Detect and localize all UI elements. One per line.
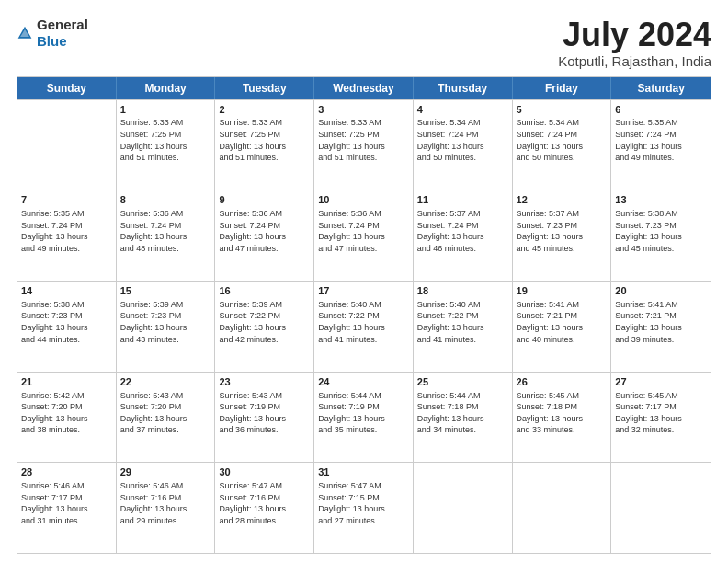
day-info: Sunrise: 5:41 AMSunset: 7:21 PMDaylight:… [517, 299, 608, 345]
calendar-cell: 28Sunrise: 5:46 AMSunset: 7:17 PMDayligh… [17, 463, 117, 553]
page: General Blue July 2024 Kotputli, Rajasth… [0, 0, 728, 563]
day-info: Sunrise: 5:34 AMSunset: 7:24 PMDaylight:… [417, 117, 508, 163]
day-number: 13 [615, 193, 707, 207]
calendar-cell [414, 463, 513, 553]
day-info: Sunrise: 5:46 AMSunset: 7:16 PMDaylight:… [120, 480, 211, 526]
calendar-cell: 6Sunrise: 5:35 AMSunset: 7:24 PMDaylight… [611, 100, 711, 190]
weekday-header: Wednesday [314, 77, 414, 99]
calendar-cell: 31Sunrise: 5:47 AMSunset: 7:15 PMDayligh… [314, 463, 414, 553]
calendar-cell: 12Sunrise: 5:37 AMSunset: 7:23 PMDayligh… [513, 190, 612, 281]
day-info: Sunrise: 5:38 AMSunset: 7:23 PMDaylight:… [21, 299, 112, 345]
day-number: 15 [120, 284, 211, 298]
month-year: July 2024 [558, 17, 711, 53]
calendar-cell: 11Sunrise: 5:37 AMSunset: 7:24 PMDayligh… [414, 190, 513, 281]
calendar-cell: 20Sunrise: 5:41 AMSunset: 7:21 PMDayligh… [611, 282, 711, 372]
calendar-cell: 7Sunrise: 5:35 AMSunset: 7:24 PMDaylight… [17, 190, 117, 281]
calendar-cell [17, 100, 117, 190]
day-number: 17 [318, 284, 409, 298]
weekday-header: Monday [117, 77, 216, 99]
day-number: 26 [517, 375, 608, 389]
day-info: Sunrise: 5:39 AMSunset: 7:22 PMDaylight:… [219, 299, 310, 345]
day-number: 30 [219, 465, 310, 479]
calendar-row: 14Sunrise: 5:38 AMSunset: 7:23 PMDayligh… [17, 281, 711, 372]
calendar-header: SundayMondayTuesdayWednesdayThursdayFrid… [17, 77, 711, 99]
day-number: 24 [318, 375, 409, 389]
day-info: Sunrise: 5:33 AMSunset: 7:25 PMDaylight:… [120, 117, 211, 163]
calendar-cell: 1Sunrise: 5:33 AMSunset: 7:25 PMDaylight… [117, 100, 216, 190]
calendar-cell: 16Sunrise: 5:39 AMSunset: 7:22 PMDayligh… [215, 282, 314, 372]
calendar-cell: 18Sunrise: 5:40 AMSunset: 7:22 PMDayligh… [414, 282, 513, 372]
calendar-cell: 27Sunrise: 5:45 AMSunset: 7:17 PMDayligh… [611, 373, 711, 463]
calendar-cell [513, 463, 612, 553]
day-number: 25 [417, 375, 508, 389]
day-number: 8 [120, 193, 211, 207]
day-number: 31 [318, 465, 409, 479]
day-number: 12 [517, 193, 608, 207]
logo-blue: Blue [37, 33, 67, 49]
day-info: Sunrise: 5:39 AMSunset: 7:23 PMDaylight:… [120, 299, 211, 345]
logo: General Blue [17, 17, 88, 50]
calendar-cell: 26Sunrise: 5:45 AMSunset: 7:18 PMDayligh… [513, 373, 612, 463]
day-number: 27 [615, 375, 707, 389]
calendar-cell: 25Sunrise: 5:44 AMSunset: 7:18 PMDayligh… [414, 373, 513, 463]
day-info: Sunrise: 5:42 AMSunset: 7:20 PMDaylight:… [21, 390, 112, 436]
day-info: Sunrise: 5:43 AMSunset: 7:20 PMDaylight:… [120, 390, 211, 436]
day-number: 21 [21, 375, 112, 389]
calendar-cell: 23Sunrise: 5:43 AMSunset: 7:19 PMDayligh… [215, 373, 314, 463]
day-number: 3 [318, 103, 409, 117]
day-info: Sunrise: 5:43 AMSunset: 7:19 PMDaylight:… [219, 390, 310, 436]
day-info: Sunrise: 5:47 AMSunset: 7:16 PMDaylight:… [219, 480, 310, 526]
day-number: 14 [21, 284, 112, 298]
day-info: Sunrise: 5:45 AMSunset: 7:18 PMDaylight:… [517, 390, 608, 436]
calendar-cell: 8Sunrise: 5:36 AMSunset: 7:24 PMDaylight… [117, 190, 216, 281]
calendar-cell: 22Sunrise: 5:43 AMSunset: 7:20 PMDayligh… [117, 373, 216, 463]
calendar-cell: 14Sunrise: 5:38 AMSunset: 7:23 PMDayligh… [17, 282, 117, 372]
day-info: Sunrise: 5:35 AMSunset: 7:24 PMDaylight:… [615, 117, 707, 163]
day-number: 4 [417, 103, 508, 117]
calendar-row: 1Sunrise: 5:33 AMSunset: 7:25 PMDaylight… [17, 99, 711, 190]
day-number: 28 [21, 465, 112, 479]
calendar-row: 7Sunrise: 5:35 AMSunset: 7:24 PMDaylight… [17, 190, 711, 281]
weekday-header: Saturday [611, 77, 711, 99]
day-number: 6 [615, 103, 707, 117]
day-info: Sunrise: 5:47 AMSunset: 7:15 PMDaylight:… [318, 480, 409, 526]
calendar-cell: 19Sunrise: 5:41 AMSunset: 7:21 PMDayligh… [513, 282, 612, 372]
day-number: 29 [120, 465, 211, 479]
day-info: Sunrise: 5:36 AMSunset: 7:24 PMDaylight:… [120, 208, 211, 254]
calendar-cell: 17Sunrise: 5:40 AMSunset: 7:22 PMDayligh… [314, 282, 414, 372]
day-info: Sunrise: 5:41 AMSunset: 7:21 PMDaylight:… [615, 299, 707, 345]
calendar-cell: 30Sunrise: 5:47 AMSunset: 7:16 PMDayligh… [215, 463, 314, 553]
day-info: Sunrise: 5:40 AMSunset: 7:22 PMDaylight:… [318, 299, 409, 345]
logo-icon [17, 25, 33, 41]
calendar-cell: 3Sunrise: 5:33 AMSunset: 7:25 PMDaylight… [314, 100, 414, 190]
calendar-cell: 15Sunrise: 5:39 AMSunset: 7:23 PMDayligh… [117, 282, 216, 372]
day-number: 18 [417, 284, 508, 298]
day-number: 22 [120, 375, 211, 389]
day-info: Sunrise: 5:36 AMSunset: 7:24 PMDaylight:… [318, 208, 409, 254]
day-info: Sunrise: 5:33 AMSunset: 7:25 PMDaylight:… [219, 117, 310, 163]
header: General Blue July 2024 Kotputli, Rajasth… [17, 17, 711, 69]
day-number: 9 [219, 193, 310, 207]
weekday-header: Tuesday [215, 77, 314, 99]
day-number: 5 [517, 103, 608, 117]
calendar-row: 28Sunrise: 5:46 AMSunset: 7:17 PMDayligh… [17, 462, 711, 553]
day-info: Sunrise: 5:37 AMSunset: 7:24 PMDaylight:… [417, 208, 508, 254]
calendar-cell: 5Sunrise: 5:34 AMSunset: 7:24 PMDaylight… [513, 100, 612, 190]
day-info: Sunrise: 5:44 AMSunset: 7:19 PMDaylight:… [318, 390, 409, 436]
day-info: Sunrise: 5:45 AMSunset: 7:17 PMDaylight:… [615, 390, 707, 436]
calendar-cell [611, 463, 711, 553]
weekday-header: Thursday [414, 77, 513, 99]
day-number: 2 [219, 103, 310, 117]
location: Kotputli, Rajasthan, India [558, 53, 711, 69]
day-info: Sunrise: 5:40 AMSunset: 7:22 PMDaylight:… [417, 299, 508, 345]
day-info: Sunrise: 5:35 AMSunset: 7:24 PMDaylight:… [21, 208, 112, 254]
weekday-header: Sunday [17, 77, 117, 99]
calendar-row: 21Sunrise: 5:42 AMSunset: 7:20 PMDayligh… [17, 372, 711, 463]
day-number: 11 [417, 193, 508, 207]
logo-text: General Blue [37, 17, 88, 50]
calendar-cell: 2Sunrise: 5:33 AMSunset: 7:25 PMDaylight… [215, 100, 314, 190]
day-number: 19 [517, 284, 608, 298]
day-number: 7 [21, 193, 112, 207]
calendar-cell: 24Sunrise: 5:44 AMSunset: 7:19 PMDayligh… [314, 373, 414, 463]
day-info: Sunrise: 5:37 AMSunset: 7:23 PMDaylight:… [517, 208, 608, 254]
